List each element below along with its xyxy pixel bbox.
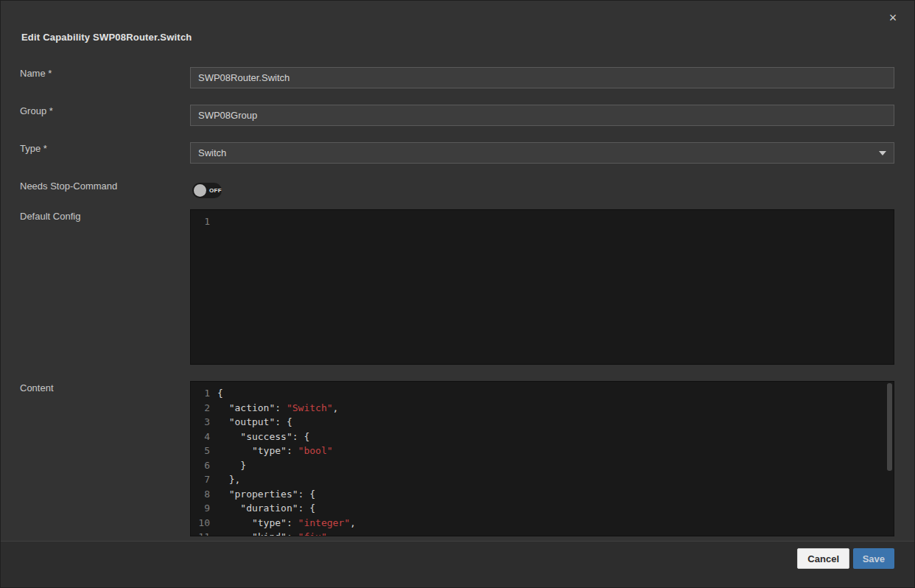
group-input[interactable] [190, 105, 894, 126]
code-line: 9 "duration": { [191, 501, 894, 516]
code-line: 4 "success": { [191, 430, 894, 444]
toggle-state-label: OFF [209, 187, 222, 194]
code-line: 10 "type": "integer", [191, 516, 894, 531]
type-selected-value: Switch [198, 147, 226, 158]
content-label: Content [20, 382, 54, 393]
default-config-label: Default Config [20, 211, 80, 222]
edit-capability-dialog: Edit Capability SWP08Router.Switch × Nam… [0, 0, 915, 588]
code-line: 11 "kind": "fix" [191, 530, 894, 536]
content-editor-scrollbar[interactable] [887, 383, 892, 534]
name-input[interactable] [190, 67, 894, 88]
code-line: 7 }, [191, 472, 894, 487]
name-label: Name * [20, 68, 52, 79]
cancel-button[interactable]: Cancel [797, 548, 849, 569]
save-button[interactable]: Save [853, 548, 894, 569]
chevron-down-icon [879, 151, 886, 155]
type-label: Type * [20, 143, 47, 154]
scrollbar-thumb[interactable] [887, 383, 892, 471]
code-line: 1 [191, 214, 894, 229]
content-editor[interactable]: 1{2 "action": "Switch",3 "output": {4 "s… [190, 381, 894, 536]
toggle-knob [194, 184, 206, 197]
code-line: 6 } [191, 458, 894, 473]
code-line: 5 "type": "bool" [191, 444, 894, 458]
group-label: Group * [20, 105, 53, 116]
default-config-editor[interactable]: 1 [190, 209, 894, 365]
code-line: 3 "output": { [191, 415, 894, 430]
dialog-title: Edit Capability SWP08Router.Switch [21, 32, 192, 43]
code-line: 8 "properties": { [191, 487, 894, 502]
code-line: 1{ [191, 386, 894, 401]
needs-stop-command-toggle[interactable]: OFF [192, 183, 222, 198]
close-icon[interactable]: × [885, 10, 901, 26]
type-select[interactable]: Switch [190, 142, 894, 164]
dialog-footer: Cancel Save [1, 541, 914, 587]
code-line: 2 "action": "Switch", [191, 401, 894, 416]
needs-stop-command-label: Needs Stop-Command [20, 181, 117, 192]
